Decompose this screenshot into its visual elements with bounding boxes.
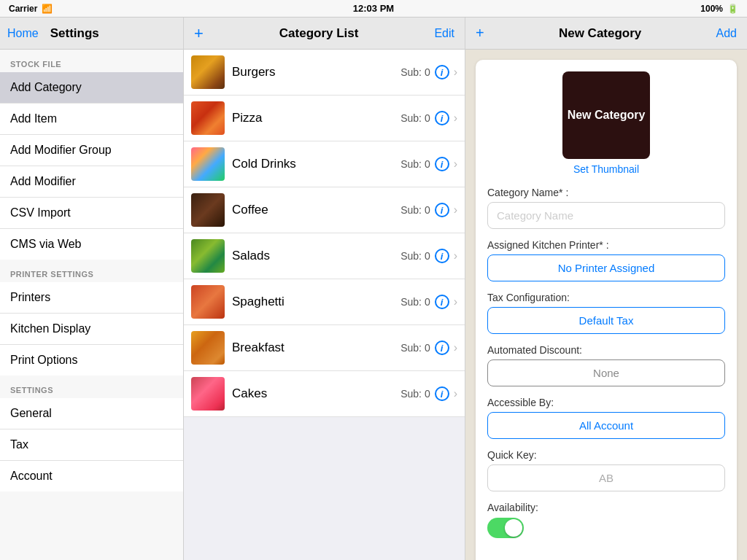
list-item[interactable]: Pizza Sub: 0 i › (184, 96, 465, 141)
cold-drinks-thumbnail (191, 147, 225, 181)
sidebar-item-printers[interactable]: Printers (0, 282, 183, 314)
status-bar: Carrier 📶 12:03 PM 100% 🔋 (0, 0, 747, 18)
sidebar-item-cms-via-web-label: CMS via Web (10, 238, 82, 251)
sidebar-item-add-modifier-group-label: Add Modifier Group (10, 144, 112, 157)
back-button[interactable]: + (476, 25, 484, 42)
burgers-chevron-icon: › (454, 66, 457, 79)
spaghetti-chevron-icon: › (454, 295, 457, 308)
sidebar-item-general[interactable]: General (0, 398, 183, 429)
coffee-sub: Sub: 0 (400, 204, 430, 216)
spaghetti-thumbnail (191, 285, 225, 319)
quick-key-input[interactable] (487, 464, 725, 491)
cakes-info-icon[interactable]: i (435, 386, 449, 401)
pizza-info-icon[interactable]: i (435, 111, 449, 125)
detail-title: New Category (559, 26, 641, 41)
sidebar-item-csv-import-label: CSV Import (10, 206, 71, 219)
accessible-by-button[interactable]: All Account (487, 412, 725, 439)
spaghetti-info-icon[interactable]: i (435, 295, 449, 309)
pizza-name: Pizza (232, 111, 400, 125)
automated-discount-label: Automated Discount: (487, 344, 725, 356)
salads-thumbnail (191, 239, 225, 273)
sidebar-item-cms-via-web[interactable]: CMS via Web (0, 229, 183, 260)
sidebar-item-kitchen-display[interactable]: Kitchen Display (0, 314, 183, 345)
detail-card: New Category Set Thumbnail Category Name… (476, 60, 737, 560)
coffee-info-icon[interactable]: i (435, 203, 449, 217)
sidebar-item-printers-label: Printers (10, 291, 50, 304)
availability-label: Availability: (487, 502, 725, 513)
sidebar-item-print-options[interactable]: Print Options (0, 345, 183, 376)
automated-discount-button[interactable]: None (487, 359, 725, 386)
edit-button[interactable]: Edit (434, 27, 454, 40)
sidebar: Home Settings STOCK FILE Add Category Ad… (0, 18, 184, 560)
sidebar-item-add-modifier[interactable]: Add Modifier (0, 166, 183, 198)
list-item[interactable]: Coffee Sub: 0 i › (184, 187, 465, 233)
quick-key-group: Quick Key: (487, 449, 725, 491)
sidebar-item-add-modifier-group[interactable]: Add Modifier Group (0, 135, 183, 166)
toggle-knob (505, 519, 522, 537)
sidebar-item-add-item-label: Add Item (10, 112, 57, 125)
carrier-label: Carrier (9, 4, 37, 14)
settings-section-label: SETTINGS (0, 376, 183, 398)
add-category-plus-button[interactable]: + (194, 26, 204, 42)
home-button[interactable]: Home (7, 27, 39, 40)
breakfast-chevron-icon: › (454, 341, 457, 354)
list-title: Category List (279, 26, 359, 41)
stock-file-label: STOCK FILE (0, 50, 183, 72)
coffee-name: Coffee (232, 203, 400, 217)
tax-config-button[interactable]: Default Tax (487, 307, 725, 334)
wifi-icon: 📶 (42, 4, 53, 14)
sidebar-item-account[interactable]: Account (0, 461, 183, 491)
list-item[interactable]: Cakes Sub: 0 i › (184, 371, 465, 417)
availability-toggle[interactable] (487, 518, 524, 538)
breakfast-sub: Sub: 0 (400, 342, 430, 354)
breakfast-name: Breakfast (232, 341, 400, 355)
sidebar-item-csv-import[interactable]: CSV Import (0, 198, 183, 229)
sidebar-item-add-category-label: Add Category (10, 81, 82, 94)
category-thumbnail: New Category (562, 71, 650, 159)
set-thumbnail-button[interactable]: Set Thumbnail (573, 163, 639, 175)
stock-file-section: STOCK FILE Add Category Add Item Add Mod… (0, 50, 183, 260)
add-button[interactable]: Add (716, 27, 737, 40)
sidebar-item-print-options-label: Print Options (10, 354, 77, 367)
cold-drinks-name: Cold Drinks (232, 157, 400, 171)
detail-header: + New Category Add (465, 18, 747, 50)
settings-title: Settings (50, 26, 99, 41)
cold-drinks-info-icon[interactable]: i (435, 157, 449, 171)
list-item[interactable]: Spaghetti Sub: 0 i › (184, 279, 465, 325)
automated-discount-group: Automated Discount: None (487, 344, 725, 386)
list-panel: + Category List Edit Burgers Sub: 0 i › … (184, 18, 465, 560)
pizza-sub: Sub: 0 (400, 112, 430, 124)
list-items: Burgers Sub: 0 i › Pizza Sub: 0 i › Cold… (184, 50, 465, 560)
accessible-by-label: Accessible By: (487, 397, 725, 408)
thumbnail-text: New Category (568, 109, 646, 122)
breakfast-info-icon[interactable]: i (435, 341, 449, 355)
accessible-by-group: Accessible By: All Account (487, 397, 725, 439)
salads-chevron-icon: › (454, 249, 457, 262)
sidebar-item-add-category[interactable]: Add Category (0, 72, 183, 104)
assigned-printer-label: Assigned Kitchen Printer* : (487, 239, 725, 251)
battery-icon: 🔋 (727, 4, 738, 14)
assigned-printer-button[interactable]: No Printer Assigned (487, 254, 725, 281)
category-name-input[interactable] (487, 202, 725, 229)
burgers-sub: Sub: 0 (400, 66, 430, 78)
sidebar-item-add-item[interactable]: Add Item (0, 104, 183, 135)
coffee-thumbnail (191, 193, 225, 227)
availability-toggle-row (487, 518, 725, 538)
sidebar-item-tax[interactable]: Tax (0, 429, 183, 461)
detail-body: New Category Set Thumbnail Category Name… (465, 50, 747, 560)
status-bar-left: Carrier 📶 (9, 4, 53, 14)
list-item[interactable]: Burgers Sub: 0 i › (184, 50, 465, 96)
list-item[interactable]: Breakfast Sub: 0 i › (184, 325, 465, 371)
cold-drinks-sub: Sub: 0 (400, 158, 430, 170)
sidebar-item-add-modifier-label: Add Modifier (10, 175, 76, 188)
settings-section: SETTINGS General Tax Account (0, 376, 183, 491)
salads-name: Salads (232, 249, 400, 263)
list-item[interactable]: Salads Sub: 0 i › (184, 233, 465, 279)
salads-info-icon[interactable]: i (435, 249, 449, 263)
coffee-chevron-icon: › (454, 203, 457, 217)
cakes-sub: Sub: 0 (400, 388, 430, 400)
burgers-info-icon[interactable]: i (435, 65, 449, 79)
salads-sub: Sub: 0 (400, 250, 430, 262)
list-item[interactable]: Cold Drinks Sub: 0 i › (184, 141, 465, 187)
assigned-printer-group: Assigned Kitchen Printer* : No Printer A… (487, 239, 725, 281)
